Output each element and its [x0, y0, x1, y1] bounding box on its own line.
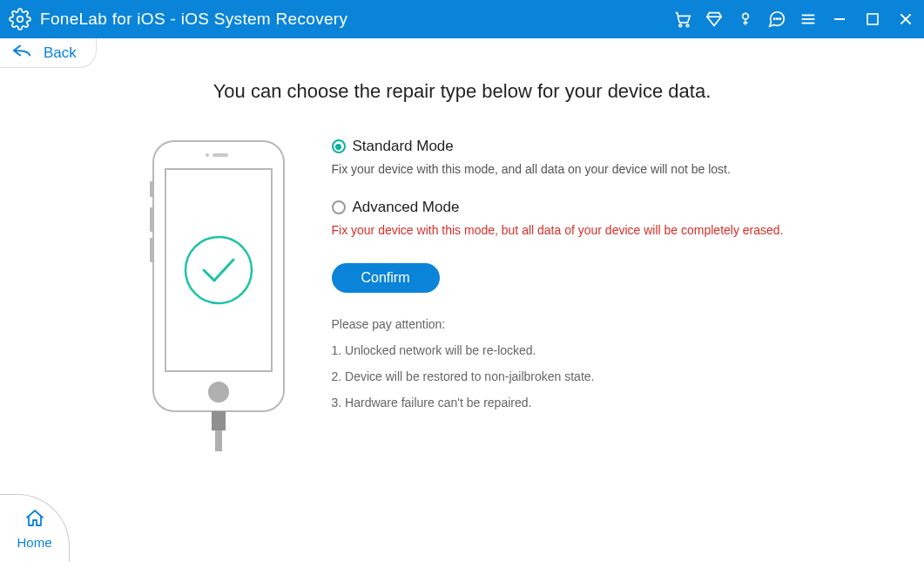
key-icon[interactable] [736, 10, 755, 29]
device-illustration [140, 138, 297, 451]
back-label: Back [44, 44, 77, 62]
svg-point-3 [743, 13, 749, 19]
svg-point-2 [686, 24, 689, 27]
attention-list: Unlocked network will be re-locked. Devi… [332, 343, 785, 410]
titlebar: FoneLab for iOS - iOS System Recovery [0, 0, 924, 38]
svg-point-5 [777, 18, 778, 19]
mode-standard-desc: Fix your device with this mode, and all … [332, 162, 785, 176]
svg-rect-16 [150, 207, 153, 232]
svg-point-21 [185, 237, 252, 303]
cart-icon[interactable] [673, 10, 692, 29]
maximize-button[interactable] [863, 10, 882, 29]
svg-point-22 [208, 382, 229, 403]
svg-rect-20 [165, 169, 272, 371]
attention-item: Device will be restored to non-jailbroke… [332, 369, 785, 383]
diamond-icon[interactable] [705, 10, 724, 29]
mode-advanced-radio[interactable]: Advanced Mode [332, 199, 785, 216]
back-arrow-icon [12, 44, 31, 62]
home-label: Home [17, 535, 51, 550]
mode-advanced-label: Advanced Mode [353, 199, 460, 216]
mode-advanced-desc: Fix your device with this mode, but all … [332, 223, 785, 237]
svg-point-0 [17, 17, 24, 23]
window-controls [830, 10, 915, 29]
close-button[interactable] [896, 10, 915, 29]
page-heading: You can choose the repair type below for… [35, 80, 889, 103]
back-button[interactable]: Back [0, 38, 97, 68]
svg-point-1 [679, 24, 682, 27]
svg-point-18 [206, 153, 209, 157]
radio-icon [332, 139, 346, 153]
attention-title: Please pay attention: [332, 317, 785, 331]
attention-item: Unlocked network will be re-locked. [332, 343, 785, 357]
svg-point-4 [774, 18, 775, 19]
feedback-icon[interactable] [767, 10, 786, 29]
mode-standard-label: Standard Mode [353, 138, 454, 155]
svg-rect-11 [867, 14, 878, 24]
app-gear-icon [9, 8, 31, 30]
svg-rect-23 [212, 411, 226, 430]
svg-rect-17 [150, 238, 153, 262]
menu-icon[interactable] [799, 10, 818, 29]
radio-icon [332, 200, 346, 214]
minimize-button[interactable] [830, 10, 849, 29]
main-content: You can choose the repair type below for… [0, 38, 924, 451]
app-title: FoneLab for iOS - iOS System Recovery [40, 10, 347, 29]
attention-item: Hardware failure can't be repaired. [332, 396, 785, 410]
svg-rect-24 [215, 430, 222, 451]
svg-rect-19 [212, 153, 228, 157]
confirm-button[interactable]: Confirm [332, 263, 440, 293]
svg-rect-15 [150, 181, 153, 197]
home-button[interactable]: Home [0, 494, 70, 562]
mode-standard-radio[interactable]: Standard Mode [332, 138, 785, 155]
titlebar-actions [673, 10, 818, 29]
options-panel: Standard Mode Fix your device with this … [332, 138, 785, 451]
home-icon [24, 508, 45, 532]
svg-point-6 [779, 18, 780, 19]
